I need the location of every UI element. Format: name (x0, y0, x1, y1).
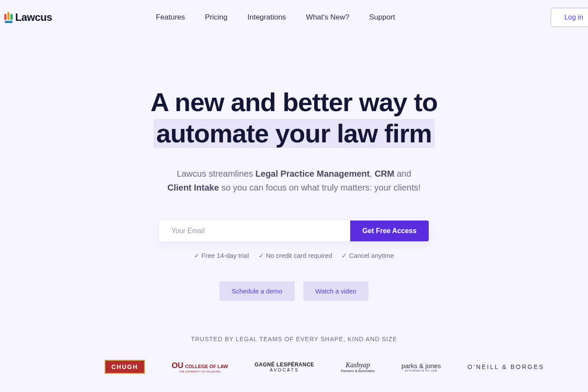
subtitle-pre: Lawcus streamlines (177, 169, 255, 178)
subtitle-and: and (394, 169, 411, 178)
college-sub: THE UNIVERSITY OF OKLAHOMA (171, 370, 228, 373)
title-line1: A new and better way to (151, 88, 438, 117)
client-oneill-borges: O'NEILL & BORGES (467, 363, 544, 370)
header: Lawcus Features Pricing Integrations Wha… (0, 0, 588, 35)
client-parks-jones: parks & jones ATTORNEYS AT LAW (401, 362, 441, 372)
nav-integrations[interactable]: Integrations (247, 13, 286, 22)
kashyap-name: Kashyap (346, 361, 370, 369)
brand-name: Lawcus (15, 11, 52, 23)
subtitle-intake: Client Intake (168, 183, 219, 192)
email-form: Get Free Access (9, 221, 579, 241)
gagne-sub: AVOCATS (255, 368, 314, 372)
perks-list: Free 14-day trial No credit card require… (9, 252, 579, 260)
email-input[interactable] (159, 221, 350, 241)
hero: A new and better way to automate your la… (0, 35, 588, 374)
gagne-name: GAGNÉ LESPÉRANCE (255, 362, 314, 368)
nav-support[interactable]: Support (369, 13, 395, 22)
hero-subtitle: Lawcus streamlines Legal Practice Manage… (9, 167, 579, 194)
main-nav: Features Pricing Integrations What's New… (156, 13, 395, 22)
nav-pricing[interactable]: Pricing (205, 13, 227, 22)
perk-nocard: No credit card required (259, 252, 332, 260)
kashyap-sub: Partners & Associates (341, 369, 374, 373)
client-gagne: GAGNÉ LESPÉRANCE AVOCATS (255, 362, 314, 372)
logo-icon (4, 12, 13, 23)
client-chugh: CHUGH (105, 360, 145, 374)
title-line2-highlight: automate your law firm (154, 119, 434, 148)
schedule-demo-button[interactable]: Schedule a demo (220, 281, 295, 301)
subtitle-comma: , (370, 169, 374, 178)
subtitle-end: so you can focus on what truly matters: … (219, 183, 421, 192)
college-name: COLLEGE OF LAW (185, 364, 228, 369)
client-kashyap: Kashyap Partners & Associates (341, 361, 374, 373)
subtitle-lpm: Legal Practice Management (256, 169, 370, 178)
client-college-of-law: OUCOLLEGE OF LAW THE UNIVERSITY OF OKLAH… (171, 361, 228, 373)
subtitle-crm: CRM (374, 169, 394, 178)
nav-features[interactable]: Features (156, 13, 185, 22)
parks-name: parks & jones (401, 362, 441, 369)
hero-title: A new and better way to automate your la… (9, 87, 579, 149)
login-button[interactable]: Log in (551, 8, 588, 27)
nav-whatsnew[interactable]: What's New? (306, 13, 349, 22)
watch-video-button[interactable]: Watch a video (303, 281, 369, 301)
brand-logo[interactable]: Lawcus (4, 11, 52, 23)
trusted-section: TRUSTED BY LEGAL TEAMS OF EVERY SHAPE, K… (9, 336, 579, 374)
perk-trial: Free 14-day trial (194, 252, 249, 260)
secondary-buttons: Schedule a demo Watch a video (9, 281, 579, 301)
get-free-access-button[interactable]: Get Free Access (350, 221, 429, 241)
trusted-heading: TRUSTED BY LEGAL TEAMS OF EVERY SHAPE, K… (9, 336, 579, 343)
perk-cancel: Cancel anytime (342, 252, 394, 260)
parks-sub: ATTORNEYS AT LAW (401, 369, 441, 372)
client-logos: CHUGH OUCOLLEGE OF LAW THE UNIVERSITY OF… (9, 360, 579, 374)
